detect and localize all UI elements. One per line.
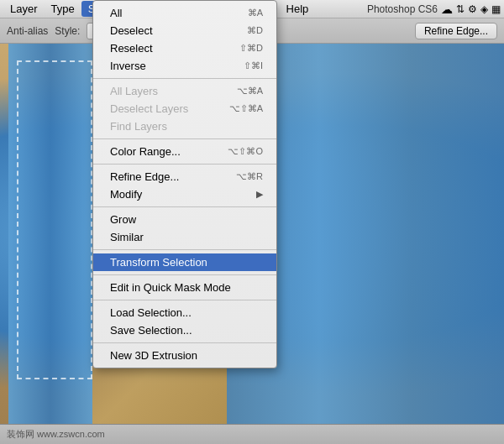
menu-item-modify-label: Modify [110, 188, 142, 201]
menu-help[interactable]: Help [280, 1, 316, 17]
menu-item-refine-edge-label: Refine Edge... [110, 170, 179, 183]
menu-item-new-3d-extrusion[interactable]: New 3D Extrusion [93, 347, 276, 364]
more-icon: ▦ [491, 3, 501, 15]
style-label: Style: [55, 25, 80, 37]
menu-item-color-range-label: Color Range... [110, 145, 181, 158]
share-icon: ◈ [480, 3, 488, 15]
menu-item-similar[interactable]: Similar [93, 228, 276, 246]
menu-item-deselect-layers-shortcut: ⌥⇧⌘A [229, 103, 263, 114]
menu-item-refine-edge[interactable]: Refine Edge... ⌥⌘R [93, 168, 276, 185]
menu-type[interactable]: Type [45, 1, 81, 17]
menubar-right-icons: Photoshop CS6 ☁ ⇅ ⚙ ◈ ▦ [367, 3, 501, 16]
menu-item-save-selection[interactable]: Save Selection... [93, 321, 276, 339]
menu-item-refine-edge-shortcut: ⌥⌘R [236, 171, 263, 182]
sync-icon: ⇅ [456, 3, 465, 15]
menu-layer[interactable]: Layer [3, 1, 45, 17]
menu-item-color-range-shortcut: ⌥⇧⌘O [228, 146, 263, 157]
menu-item-inverse-label: Inverse [110, 60, 146, 72]
menu-item-reselect-shortcut: ⇧⌘D [239, 43, 263, 54]
menu-item-all-shortcut: ⌘A [248, 8, 263, 18]
menu-item-reselect-label: Reselect [110, 42, 153, 55]
menu-sep-1 [93, 78, 276, 79]
watermark-text: 装饰网 www.zswcn.com [7, 428, 105, 441]
menu-item-all-layers-label: All Layers [110, 85, 158, 97]
menu-item-similar-label: Similar [110, 231, 144, 243]
menu-item-all-layers: All Layers ⌥⌘A [93, 82, 276, 100]
menu-item-color-range[interactable]: Color Range... ⌥⇧⌘O [93, 143, 276, 160]
menu-item-transform-selection-label: Transform Selection [110, 256, 207, 269]
menu-item-find-layers-label: Find Layers [110, 120, 167, 133]
menu-item-modify[interactable]: Modify ▶ [93, 185, 276, 203]
menu-item-load-selection-label: Load Selection... [110, 306, 192, 319]
menu-sep-8 [93, 342, 276, 343]
menu-item-quick-mask[interactable]: Edit in Quick Mask Mode [93, 279, 276, 296]
menu-item-deselect-layers: Deselect Layers ⌥⇧⌘A [93, 100, 276, 118]
menu-item-grow-label: Grow [110, 213, 136, 226]
menu-item-transform-selection[interactable]: Transform Selection [93, 253, 276, 271]
app-title-label: Photoshop CS6 [367, 3, 438, 15]
menu-item-quick-mask-label: Edit in Quick Mask Mode [110, 281, 231, 294]
menu-item-new-3d-extrusion-label: New 3D Extrusion [110, 349, 197, 362]
menu-item-deselect-label: Deselect [110, 24, 153, 37]
menu-sep-6 [93, 274, 276, 275]
menu-sep-2 [93, 138, 276, 139]
cloud-icon: ☁ [441, 3, 453, 16]
menu-item-all-layers-shortcut: ⌥⌘A [237, 86, 263, 97]
menu-item-inverse-shortcut: ⇧⌘I [244, 60, 263, 71]
menu-item-deselect[interactable]: Deselect ⌘D [93, 22, 276, 39]
menu-sep-3 [93, 164, 276, 165]
menu-item-reselect[interactable]: Reselect ⇧⌘D [93, 39, 276, 57]
menu-sep-4 [93, 206, 276, 207]
menu-item-deselect-layers-label: Deselect Layers [110, 102, 188, 115]
selection-marquee [17, 60, 92, 379]
anti-alias-label: Anti-alias [7, 25, 48, 37]
menu-item-all[interactable]: All ⌘A [93, 4, 276, 22]
menu-sep-7 [93, 300, 276, 300]
select-dropdown-menu: All ⌘A Deselect ⌘D Reselect ⇧⌘D Inverse … [92, 0, 277, 368]
menu-item-inverse[interactable]: Inverse ⇧⌘I [93, 57, 276, 75]
status-bar: 装饰网 www.zswcn.com [0, 424, 504, 444]
menu-item-deselect-shortcut: ⌘D [247, 25, 263, 36]
menu-item-all-label: All [110, 7, 122, 19]
refine-edge-button[interactable]: Refine Edge... [415, 23, 497, 39]
menu-item-grow[interactable]: Grow [93, 211, 276, 228]
menu-sep-5 [93, 249, 276, 250]
menu-item-load-selection[interactable]: Load Selection... [93, 304, 276, 321]
menu-item-save-selection-label: Save Selection... [110, 324, 192, 337]
settings-icon: ⚙ [468, 3, 477, 15]
menu-item-find-layers: Find Layers [93, 118, 276, 135]
submenu-arrow-icon: ▶ [256, 189, 263, 200]
